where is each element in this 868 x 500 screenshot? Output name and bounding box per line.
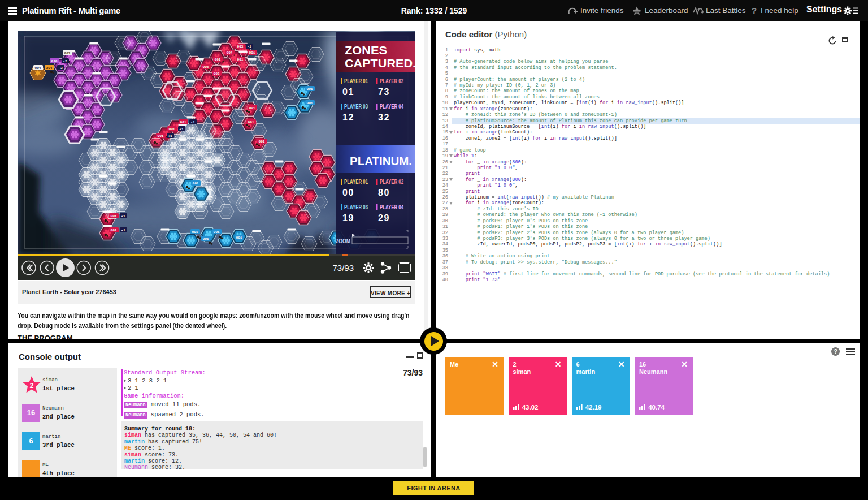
svg-text:2: 2 — [30, 382, 34, 390]
svg-text:001: 001 — [249, 51, 255, 55]
svg-text:73/93: 73/93 — [332, 263, 354, 273]
svg-text:001: 001 — [306, 87, 313, 91]
svg-text:29: 29 — [378, 213, 390, 223]
svg-text:001: 001 — [110, 229, 116, 232]
svg-text:001: 001 — [180, 120, 186, 124]
svg-text:PLAYER 03: PLAYER 03 — [344, 103, 368, 110]
svg-text:001: 001 — [157, 134, 163, 138]
svg-text:01: 01 — [342, 87, 354, 97]
svg-text:001: 001 — [213, 230, 219, 234]
svg-text:001: 001 — [236, 236, 242, 240]
svg-text:12: 12 — [342, 113, 354, 122]
svg-text:001: 001 — [258, 140, 264, 144]
svg-text:PLAYER 03: PLAYER 03 — [344, 204, 368, 210]
svg-text:ZOOM: ZOOM — [336, 238, 350, 244]
svg-text:+1: +1 — [121, 229, 125, 232]
svg-text:+1: +1 — [179, 127, 184, 131]
svg-text:-1: -1 — [190, 120, 195, 124]
svg-text:304: 304 — [46, 66, 52, 70]
svg-text:19: 19 — [342, 213, 354, 223]
svg-text:001: 001 — [214, 58, 220, 62]
svg-text:001: 001 — [202, 237, 209, 241]
svg-text:32: 32 — [378, 113, 390, 122]
svg-text:001: 001 — [110, 214, 116, 218]
svg-text:-1: -1 — [247, 45, 251, 49]
svg-text:001: 001 — [168, 127, 175, 131]
svg-text:ZONES: ZONES — [345, 44, 387, 57]
svg-text:001: 001 — [249, 106, 255, 110]
svg-text:001: 001 — [306, 101, 313, 105]
svg-text:010: 010 — [51, 59, 57, 63]
svg-text:001: 001 — [192, 230, 198, 234]
svg-text:001: 001 — [248, 120, 254, 124]
svg-text:73: 73 — [378, 87, 390, 97]
svg-text:80: 80 — [378, 188, 390, 197]
svg-text:PLAYER 04: PLAYER 04 — [380, 204, 403, 210]
svg-text:001: 001 — [237, 58, 243, 62]
svg-text:002: 002 — [213, 72, 219, 76]
svg-text:004: 004 — [34, 66, 41, 70]
svg-text:PLAYER 02: PLAYER 02 — [380, 178, 403, 185]
svg-text:CAPTURED.: CAPTURED. — [345, 57, 415, 70]
svg-text:004: 004 — [226, 51, 232, 55]
svg-text:003: 003 — [64, 51, 70, 55]
svg-text:PLAYER 01: PLAYER 01 — [344, 77, 368, 84]
svg-text:001: 001 — [192, 182, 198, 186]
svg-text:PLATINUM.: PLATINUM. — [350, 154, 412, 167]
svg-text:PLAYER 01: PLAYER 01 — [344, 178, 368, 185]
svg-text:PLAYER 04: PLAYER 04 — [380, 103, 403, 110]
svg-text:+1: +1 — [168, 134, 172, 138]
svg-text:-2: -2 — [63, 59, 67, 63]
svg-text:PLAYER 02: PLAYER 02 — [380, 77, 403, 84]
svg-text:-3: -3 — [58, 66, 63, 70]
svg-text:003: 003 — [237, 45, 243, 49]
svg-text:00: 00 — [342, 188, 354, 197]
svg-text:+1: +1 — [121, 214, 125, 218]
svg-text:005: 005 — [202, 65, 209, 69]
